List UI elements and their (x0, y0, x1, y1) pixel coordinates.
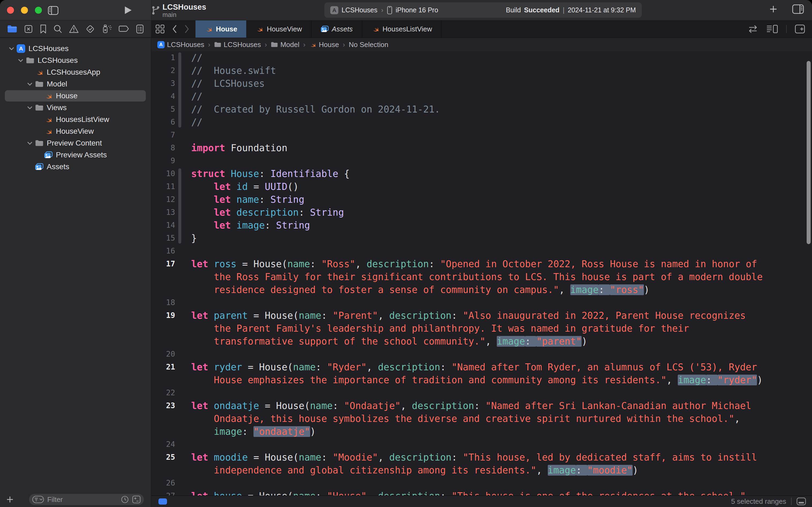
toggle-right-sidebar-icon[interactable] (792, 4, 804, 14)
code-line-13[interactable]: 13 let description: String (152, 206, 812, 219)
add-tab-button[interactable] (769, 5, 777, 13)
toggle-left-sidebar-icon[interactable] (48, 6, 59, 15)
add-file-button[interactable] (6, 496, 14, 504)
code-line-9[interactable]: 9 (152, 154, 812, 167)
sidebar-item-lcshousesapp[interactable]: LCSHousesApp (0, 66, 151, 78)
issues-icon[interactable] (69, 24, 79, 34)
code-line-wrap[interactable]: the Parent Family's leadership and phila… (152, 322, 812, 335)
code-line-17[interactable]: 17let ross = House(name: "Ross", descrip… (152, 258, 812, 270)
folder-icon (214, 42, 221, 48)
code-line-3[interactable]: 3// LCSHouses (152, 77, 812, 90)
disclosure-chevron-icon[interactable] (25, 106, 35, 110)
sidebar-item-preview-content[interactable]: Preview Content (0, 137, 151, 149)
code-line-wrap[interactable]: House emphasizes the importance of tradi… (152, 374, 812, 386)
tab-houseslistview[interactable]: HousesListView (362, 20, 442, 38)
code-line-wrap[interactable]: residence designed to foster a sense of … (152, 283, 812, 296)
run-button[interactable] (124, 6, 132, 14)
code-line-wrap[interactable]: independence and global citizenship amon… (152, 464, 812, 477)
filter-field[interactable]: Filter (29, 494, 144, 505)
sidebar-item-houseview[interactable]: HouseView (0, 125, 151, 137)
tab-overview-icon[interactable] (155, 24, 165, 34)
find-icon[interactable] (53, 24, 62, 34)
minimap-icon[interactable] (766, 24, 778, 34)
disclosure-chevron-icon[interactable] (25, 82, 35, 86)
line-number: 21 (152, 361, 175, 374)
code-token: let (214, 194, 231, 205)
editor-settings-icon[interactable] (797, 497, 806, 505)
code-line-20[interactable]: 20 (152, 348, 812, 361)
folder-navigator-icon[interactable] (7, 25, 17, 33)
code-line-18[interactable]: 18 (152, 296, 812, 309)
code-line-wrap[interactable]: the Ross Family for their significant co… (152, 270, 812, 283)
sidebar-item-house[interactable]: House (0, 90, 151, 102)
bookmarks-icon[interactable] (40, 24, 47, 34)
tab-houseview[interactable]: HouseView (246, 20, 311, 38)
disclosure-chevron-icon[interactable] (16, 59, 25, 62)
source-editor[interactable]: ALCSHouses›LCSHouses›Model›House›No Sele… (152, 38, 812, 496)
sidebar-item-model[interactable]: Model (0, 78, 151, 90)
sidebar-item-preview-assets[interactable]: Preview Assets (0, 149, 151, 161)
code-line-22[interactable]: 22 (152, 386, 812, 399)
code-area[interactable]: 1//2// House.swift3// LCSHouses4//5// Cr… (152, 51, 812, 496)
breadcrumb-item[interactable]: Model (271, 41, 299, 49)
sidebar-item-assets[interactable]: Assets (0, 161, 151, 173)
code-line-wrap[interactable]: transformative support of the school com… (152, 335, 812, 348)
recent-files-icon[interactable] (121, 496, 129, 504)
code-line-7[interactable]: 7 (152, 129, 812, 142)
zoom-window-button[interactable] (35, 7, 42, 14)
minimize-window-button[interactable] (21, 7, 28, 14)
code-line-8[interactable]: 8import Foundation (152, 142, 812, 154)
code-line-16[interactable]: 16 (152, 245, 812, 258)
forward-icon[interactable] (184, 24, 189, 34)
breadcrumb-item[interactable]: ALCSHouses (157, 41, 205, 49)
code-line-5[interactable]: 5// Created by Russell Gordon on 2024-11… (152, 103, 812, 116)
scheme-name[interactable]: LCSHouses (342, 6, 377, 14)
code-line-10[interactable]: 10struct House: Identifiable { (152, 167, 812, 180)
code-line-4[interactable]: 4// (152, 90, 812, 103)
breadcrumb-item[interactable]: LCSHouses (214, 41, 261, 49)
code-line-26[interactable]: 26 (152, 477, 812, 490)
breadcrumb-item[interactable]: House (309, 41, 339, 49)
source-control-icon[interactable] (23, 24, 33, 34)
code-line-25[interactable]: 25let moodie = House(name: "Moodie", des… (152, 451, 812, 464)
source-control-filter-icon[interactable] (132, 496, 141, 504)
reports-icon[interactable] (136, 24, 144, 34)
code-line-11[interactable]: 11 let id = UUID() (152, 180, 812, 193)
code-line-15[interactable]: 15} (152, 232, 812, 245)
breadcrumb-item[interactable]: No Selection (349, 41, 388, 49)
code-line-wrap[interactable]: Ondaatje, this house symbolizes the dive… (152, 412, 812, 425)
code-line-12[interactable]: 12 let name: String (152, 193, 812, 206)
tests-icon[interactable] (85, 24, 95, 34)
breakpoints-icon[interactable] (119, 25, 129, 33)
code-line-wrap[interactable]: image: "ondaatje") (152, 425, 812, 438)
code-line-14[interactable]: 14 let image: String (152, 219, 812, 232)
disclosure-chevron-icon[interactable] (25, 141, 35, 145)
code-line-21[interactable]: 21let ryder = House(name: "Ryder", descr… (152, 361, 812, 374)
add-editor-icon[interactable] (795, 24, 805, 34)
run-destination[interactable]: iPhone 16 Pro (396, 6, 438, 14)
close-window-button[interactable] (7, 7, 14, 14)
code-line-19[interactable]: 19let parent = House(name: "Parent", des… (152, 309, 812, 322)
sidebar-item-lcshouses[interactable]: LCSHouses (0, 55, 151, 66)
disclosure-chevron-icon[interactable] (7, 47, 16, 51)
code-token: description (389, 452, 452, 463)
vertical-scrollbar[interactable] (807, 61, 811, 244)
swap-editors-icon[interactable] (748, 24, 758, 34)
sidebar-item-lcshouses[interactable]: ALCSHouses (0, 43, 151, 55)
tab-house[interactable]: House (195, 20, 246, 38)
tab-assets[interactable]: Assets (311, 20, 362, 38)
line-indicator[interactable] (159, 498, 167, 505)
code-token (191, 323, 214, 334)
sidebar-item-views[interactable]: Views (0, 102, 151, 114)
activity-view[interactable]: A LCSHouses › iPhone 16 Pro Build Succee… (325, 2, 642, 18)
project-navigator: ALCSHousesLCSHousesLCSHousesAppModelHous… (0, 38, 151, 507)
debug-icon[interactable] (102, 24, 112, 34)
code-line-6[interactable]: 6// (152, 116, 812, 129)
back-icon[interactable] (172, 24, 177, 34)
code-line-23[interactable]: 23let ondaatje = House(name: "Ondaatje",… (152, 399, 812, 412)
code-line-2[interactable]: 2// House.swift (152, 64, 812, 77)
code-line-1[interactable]: 1// (152, 51, 812, 64)
code-line-27[interactable]: 27let house = House(name: "House", descr… (152, 490, 812, 496)
sidebar-item-houseslistview[interactable]: HousesListView (0, 114, 151, 125)
code-line-24[interactable]: 24 (152, 438, 812, 451)
